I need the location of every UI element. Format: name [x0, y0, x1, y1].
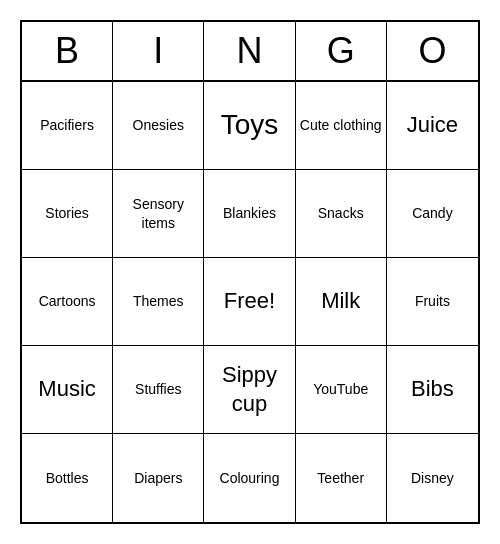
- cell-text: Colouring: [220, 469, 280, 487]
- cell-text: Pacifiers: [40, 116, 94, 134]
- bingo-cell: Snacks: [296, 170, 387, 258]
- bingo-grid: PacifiersOnesiesToysCute clothingJuiceSt…: [22, 82, 478, 522]
- cell-text: Free!: [224, 287, 275, 316]
- bingo-cell: Cute clothing: [296, 82, 387, 170]
- bingo-cell: Candy: [387, 170, 478, 258]
- cell-text: Toys: [221, 107, 279, 143]
- bingo-cell: Onesies: [113, 82, 204, 170]
- bingo-cell: Bottles: [22, 434, 113, 522]
- header-letter: I: [113, 22, 204, 80]
- cell-text: Disney: [411, 469, 454, 487]
- cell-text: Diapers: [134, 469, 182, 487]
- header-letter: G: [296, 22, 387, 80]
- bingo-cell: YouTube: [296, 346, 387, 434]
- cell-text: Stuffies: [135, 380, 181, 398]
- bingo-cell: Disney: [387, 434, 478, 522]
- cell-text: Bibs: [411, 375, 454, 404]
- cell-text: Stories: [45, 204, 89, 222]
- cell-text: Fruits: [415, 292, 450, 310]
- cell-text: Sippy cup: [208, 361, 290, 418]
- cell-text: Teether: [317, 469, 364, 487]
- header-letter: B: [22, 22, 113, 80]
- bingo-header: BINGO: [22, 22, 478, 82]
- cell-text: Blankies: [223, 204, 276, 222]
- bingo-card: BINGO PacifiersOnesiesToysCute clothingJ…: [20, 20, 480, 524]
- cell-text: Cute clothing: [300, 116, 382, 134]
- bingo-cell: Teether: [296, 434, 387, 522]
- bingo-cell: Stuffies: [113, 346, 204, 434]
- header-letter: O: [387, 22, 478, 80]
- header-letter: N: [204, 22, 295, 80]
- bingo-cell: Toys: [204, 82, 295, 170]
- bingo-cell: Milk: [296, 258, 387, 346]
- bingo-cell: Pacifiers: [22, 82, 113, 170]
- bingo-cell: Sippy cup: [204, 346, 295, 434]
- cell-text: Themes: [133, 292, 184, 310]
- cell-text: Snacks: [318, 204, 364, 222]
- cell-text: Music: [38, 375, 95, 404]
- bingo-cell: Sensory items: [113, 170, 204, 258]
- bingo-cell: Music: [22, 346, 113, 434]
- cell-text: Sensory items: [117, 195, 199, 231]
- cell-text: Onesies: [133, 116, 184, 134]
- bingo-cell: Free!: [204, 258, 295, 346]
- cell-text: Bottles: [46, 469, 89, 487]
- bingo-cell: Colouring: [204, 434, 295, 522]
- cell-text: Milk: [321, 287, 360, 316]
- bingo-cell: Bibs: [387, 346, 478, 434]
- cell-text: YouTube: [313, 380, 368, 398]
- cell-text: Candy: [412, 204, 452, 222]
- bingo-cell: Diapers: [113, 434, 204, 522]
- bingo-cell: Juice: [387, 82, 478, 170]
- bingo-cell: Themes: [113, 258, 204, 346]
- bingo-cell: Blankies: [204, 170, 295, 258]
- bingo-cell: Cartoons: [22, 258, 113, 346]
- bingo-cell: Fruits: [387, 258, 478, 346]
- bingo-cell: Stories: [22, 170, 113, 258]
- cell-text: Juice: [407, 111, 458, 140]
- cell-text: Cartoons: [39, 292, 96, 310]
